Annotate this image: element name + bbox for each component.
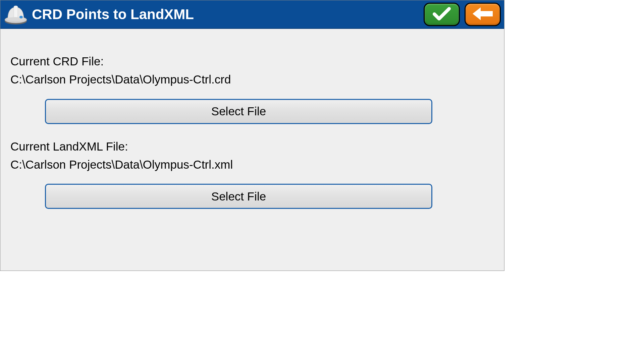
xml-select-file-button[interactable]: Select File [45, 184, 432, 209]
xml-section: Current LandXML File: C:\Carlson Project… [10, 137, 494, 209]
crd-path: C:\Carlson Projects\Data\Olympus-Ctrl.cr… [10, 70, 494, 89]
page-title: CRD Points to LandXML [32, 6, 419, 22]
ok-button[interactable] [424, 3, 460, 26]
crd-section: Current CRD File: C:\Carlson Projects\Da… [10, 52, 494, 124]
xml-path: C:\Carlson Projects\Data\Olympus-Ctrl.xm… [10, 156, 494, 174]
back-button[interactable] [465, 3, 501, 26]
hardhat-icon [4, 3, 28, 26]
crd-label: Current CRD File: [10, 52, 494, 70]
content-area: Current CRD File: C:\Carlson Projects\Da… [0, 29, 504, 271]
xml-label: Current LandXML File: [10, 137, 494, 156]
titlebar: CRD Points to LandXML [0, 0, 504, 29]
crd-select-file-button[interactable]: Select File [45, 99, 432, 124]
svg-point-3 [19, 16, 23, 18]
check-icon [432, 6, 451, 23]
arrow-left-icon [471, 6, 495, 23]
